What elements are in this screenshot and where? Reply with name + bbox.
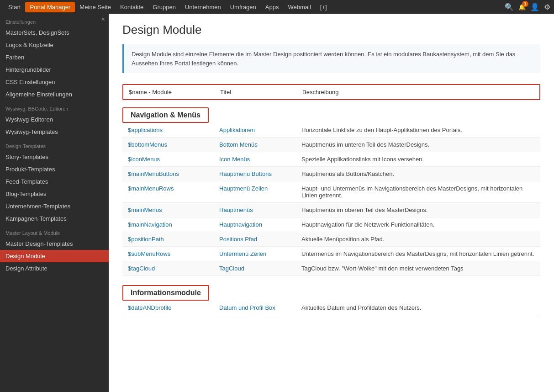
sidebar-section-design-templates: Design-Templates	[0, 138, 109, 151]
module-title-link[interactable]: Positions Pfad	[219, 236, 257, 243]
table-row: $mainMenuButtons Hauptmenü Buttons Haupt…	[122, 167, 540, 181]
module-desc: Hauptnavigation für die Netzwerk-Funktio…	[296, 217, 540, 232]
module-desc: Horizontale Linkliste zu den Haupt-Appli…	[296, 123, 540, 138]
table-header: $name - Module Titel Beschreibung	[122, 84, 540, 100]
section-informationsmodule: Informationsmodule $dateANDprofile Datum…	[122, 285, 540, 315]
module-desc: Aktuelle Menüposition als Pfad.	[296, 232, 540, 247]
info-box: Design Module sind einzelne Elemente die…	[122, 44, 540, 73]
sidebar-item-kampagnen-templates[interactable]: Kampagnen-Templates	[0, 212, 109, 225]
module-title-link[interactable]: Icon Menüs	[219, 156, 250, 163]
sidebar-item-mastersets[interactable]: MasterSets, DesignSets	[0, 26, 109, 39]
nav-kontakte[interactable]: Kontakte	[116, 2, 148, 12]
notification-icon[interactable]: 🔔 1	[518, 4, 526, 11]
table-row: $positionPath Positions Pfad Aktuelle Me…	[122, 232, 540, 247]
sidebar-item-blog-templates[interactable]: Blog-Templates	[0, 188, 109, 200]
module-desc: Hauptmenüs im unteren Teil des MasterDes…	[296, 138, 540, 152]
sidebar-section-einstellungen: Einstellungen	[0, 14, 109, 26]
module-title-link[interactable]: Hauptmenüs	[219, 207, 253, 213]
module-name-link[interactable]: $positionPath	[128, 236, 164, 243]
sidebar-item-unternehmen-templates[interactable]: Unternehmen-Templates	[0, 200, 109, 212]
table-row: $mainMenuRows Hauptmenü Zeilen Haupt- un…	[122, 181, 540, 203]
table-header-col2: Titel	[220, 89, 302, 95]
sidebar-item-logos[interactable]: Logos & Kopfzeile	[0, 39, 109, 51]
module-title-link[interactable]: Hauptnavigation	[219, 221, 262, 228]
nav-apps[interactable]: Apps	[261, 2, 284, 12]
module-title-link[interactable]: Bottom Menüs	[219, 141, 258, 148]
module-name-link[interactable]: $mainMenuButtons	[128, 170, 179, 177]
page-title: Design Module	[122, 23, 540, 37]
module-name-link[interactable]: $iconMenus	[128, 156, 160, 163]
sidebar-item-master-design-templates[interactable]: Master Design-Templates	[0, 238, 109, 250]
sidebar-section-master-layout: Master Layout & Module	[0, 225, 109, 238]
module-name-link[interactable]: $mainMenus	[128, 207, 162, 213]
module-name-link[interactable]: $applications	[128, 127, 163, 133]
sidebar-item-design-module[interactable]: Design Module	[0, 250, 109, 262]
module-name-link[interactable]: $mainNavigation	[128, 221, 172, 228]
sidebar-item-feed-templates[interactable]: Feed-Templates	[0, 175, 109, 188]
module-name-link[interactable]: $tagCloud	[128, 265, 155, 272]
sidebar-item-story-templates[interactable]: Story-Templates	[0, 151, 109, 163]
table-row: $mainNavigation Hauptnavigation Hauptnav…	[122, 217, 540, 232]
table-row: $iconMenus Icon Menüs Spezielle Applikat…	[122, 152, 540, 167]
nav-start[interactable]: Start	[4, 2, 25, 12]
table-row: $subMenuRows Untermenü Zeilen Untermenüs…	[122, 247, 540, 261]
navigation-table: $applications Applikationen Horizontale …	[122, 123, 540, 276]
sidebar-item-css[interactable]: CSS Einstellungen	[0, 76, 109, 88]
sidebar-close-button[interactable]: ×	[101, 16, 105, 23]
section-heading-navigation: Navigation & Menüs	[122, 107, 209, 123]
nav-plus[interactable]: [+]	[316, 2, 332, 12]
settings-icon[interactable]: ⚙	[544, 3, 550, 11]
nav-webmail[interactable]: Webmail	[283, 2, 315, 12]
nav-unternehmen[interactable]: Unternehmen	[180, 2, 226, 12]
table-header-col1: $name - Module	[129, 89, 220, 95]
module-desc: Aktuelles Datum und Profildaten des Nutz…	[296, 301, 540, 315]
content-area: Design Module Design Module sind einzeln…	[109, 14, 554, 392]
module-name-link[interactable]: $subMenuRows	[128, 250, 170, 257]
section-navigation: Navigation & Menüs $applications Applika…	[122, 107, 540, 276]
nav-gruppen[interactable]: Gruppen	[148, 2, 180, 12]
module-desc: TagCloud bzw. "Wort-Wolke" mit den meist…	[296, 261, 540, 276]
module-desc: Haupt- und Untermenüs im Navigationsbere…	[296, 181, 540, 203]
module-name-link[interactable]: $dateANDprofile	[128, 304, 171, 311]
table-header-col3: Beschreibung	[302, 89, 534, 95]
sidebar-section-wysiwyg: Wysiwyg, BBCode, Editoren	[0, 101, 109, 113]
sidebar: × Einstellungen MasterSets, DesignSets L…	[0, 14, 109, 392]
sidebar-item-design-attribute[interactable]: Design Attribute	[0, 262, 109, 275]
module-desc: Spezielle Applikationslinks mit Icons ve…	[296, 152, 540, 167]
table-row: $bottomMenus Bottom Menüs Hauptmenüs im …	[122, 138, 540, 152]
module-name-link[interactable]: $bottomMenus	[128, 141, 167, 148]
module-title-link[interactable]: TagCloud	[219, 265, 244, 272]
table-row: $mainMenus Hauptmenüs Hauptmenüs im ober…	[122, 203, 540, 217]
table-row: $dateANDprofile Datum und Profil Box Akt…	[122, 301, 540, 315]
sidebar-item-allgemeine[interactable]: Allgemeine Einstellungen	[0, 88, 109, 101]
top-navigation: Start Portal Manager Meine Seite Kontakt…	[0, 0, 554, 14]
module-title-link[interactable]: Untermenü Zeilen	[219, 250, 266, 257]
module-title-link[interactable]: Datum und Profil Box	[219, 304, 275, 311]
module-title-link[interactable]: Applikationen	[219, 127, 255, 133]
nav-portal-manager[interactable]: Portal Manager	[25, 2, 75, 12]
module-desc: Hauptmenüs als Buttons/Kästchen.	[296, 167, 540, 181]
sidebar-item-produkt-templates[interactable]: Produkt-Templates	[0, 163, 109, 175]
search-icon[interactable]: 🔍	[505, 3, 514, 11]
info-table: $dateANDprofile Datum und Profil Box Akt…	[122, 301, 540, 315]
notification-badge: 1	[522, 1, 528, 7]
sidebar-item-hintergrundbilder[interactable]: Hintergrundbilder	[0, 64, 109, 76]
table-row: $applications Applikationen Horizontale …	[122, 123, 540, 138]
sidebar-item-wysiwyg-templates[interactable]: Wysiwyg-Templates	[0, 126, 109, 138]
nav-umfragen[interactable]: Umfragen	[226, 2, 261, 12]
module-name-link[interactable]: $mainMenuRows	[128, 185, 174, 192]
main-layout: × Einstellungen MasterSets, DesignSets L…	[0, 14, 554, 392]
module-desc: Untermenüs im Navigationsbereich des Mas…	[296, 247, 540, 261]
nav-meine-seite[interactable]: Meine Seite	[75, 2, 116, 12]
user-icon[interactable]: 👤	[530, 3, 539, 11]
module-desc: Hauptmenüs im oberen Teil des MasterDesi…	[296, 203, 540, 217]
section-heading-info: Informationsmodule	[122, 285, 209, 301]
module-title-link[interactable]: Hauptmenü Zeilen	[219, 185, 268, 192]
sidebar-item-wysiwyg-editoren[interactable]: Wysiwyg-Editoren	[0, 113, 109, 126]
module-title-link[interactable]: Hauptmenü Buttons	[219, 170, 272, 177]
sidebar-item-farben[interactable]: Farben	[0, 51, 109, 64]
table-row: $tagCloud TagCloud TagCloud bzw. "Wort-W…	[122, 261, 540, 276]
